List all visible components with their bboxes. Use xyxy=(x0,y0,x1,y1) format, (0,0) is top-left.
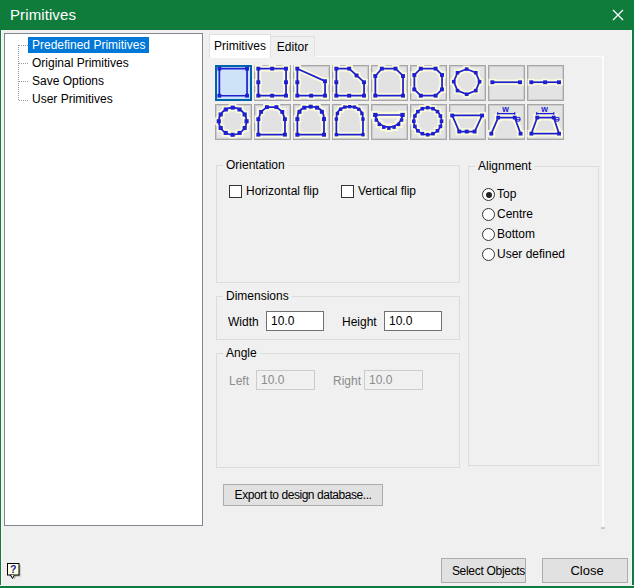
svg-text:w: w xyxy=(540,104,548,114)
svg-text:w: w xyxy=(501,104,509,114)
svg-text:?: ? xyxy=(10,563,16,575)
